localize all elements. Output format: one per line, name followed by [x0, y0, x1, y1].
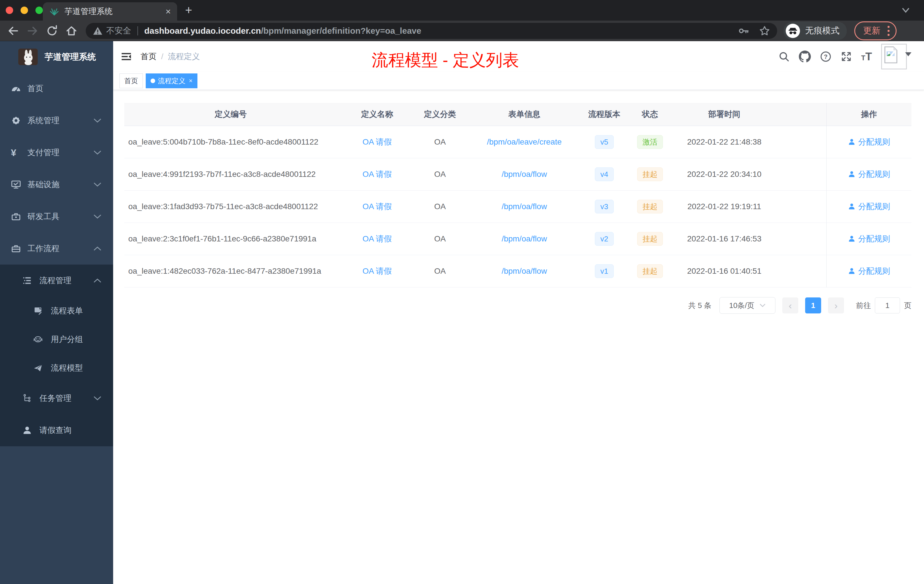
current-page-button[interactable]: 1 — [805, 297, 821, 313]
sidebar-item-system[interactable]: 系统管理 — [0, 105, 113, 137]
user-icon — [848, 267, 855, 275]
window-minimize-button[interactable] — [21, 7, 28, 14]
breadcrumb-home[interactable]: 首页 — [140, 51, 157, 62]
address-bar[interactable]: 不安全 dashboard.yudao.iocoder.cn/bpm/manag… — [86, 23, 777, 39]
tab-search-icon[interactable] — [900, 7, 911, 14]
password-key-icon[interactable] — [738, 25, 749, 36]
chevron-down-icon — [93, 396, 102, 401]
tag-process-definition[interactable]: 流程定义 × — [146, 73, 198, 88]
assign-rule-link[interactable]: 分配规则 — [848, 201, 890, 212]
select-chevron-icon — [759, 304, 766, 307]
cell-category: OA — [417, 234, 463, 243]
sidebar-item-leave-query[interactable]: 请假查询 — [0, 414, 113, 446]
assign-rule-link[interactable]: 分配规则 — [848, 169, 890, 180]
tree-list-icon — [22, 276, 32, 285]
url-text[interactable]: dashboard.yudao.iocoder.cn/bpm/manager/d… — [144, 26, 734, 36]
browser-menu-dots-icon[interactable] — [886, 25, 891, 37]
cell-definition-name: OA 请假 — [337, 233, 417, 244]
cell-form: /bpm/oa/flow — [463, 234, 586, 243]
browser-update-button[interactable]: 更新 — [854, 21, 897, 40]
col-header-version: 流程版本 — [586, 109, 623, 120]
cell-deploy-time: 2022-01-22 19:19:11 — [677, 202, 771, 211]
version-tag: v3 — [595, 200, 614, 213]
app-header: 首页 / 流程定义 流程模型 - 定义列表 ? TT — [113, 41, 924, 72]
form-link[interactable]: /bpm/oa/flow — [502, 202, 547, 211]
red-annotation-text: 流程模型 - 定义列表 — [372, 49, 519, 71]
next-page-button[interactable]: › — [828, 297, 844, 313]
window-close-button[interactable] — [6, 7, 13, 14]
avatar[interactable] — [881, 44, 907, 69]
tab-close-icon[interactable]: × — [165, 7, 171, 16]
back-icon[interactable] — [7, 25, 20, 37]
monitor-icon — [11, 180, 21, 190]
window-zoom-button[interactable] — [35, 7, 43, 14]
browser-tab[interactable]: 芋道管理系统 × — [43, 2, 177, 21]
definition-name-link[interactable]: OA 请假 — [363, 137, 392, 146]
prev-page-button[interactable]: ‹ — [782, 297, 798, 313]
new-tab-button[interactable]: + — [185, 5, 192, 15]
sidebar-item-label: 请假查询 — [40, 425, 71, 436]
definition-name-link[interactable]: OA 请假 — [363, 202, 392, 211]
refresh-icon[interactable] — [46, 25, 58, 37]
help-question-icon[interactable]: ? — [820, 51, 832, 62]
security-warning-icon[interactable] — [92, 26, 103, 36]
cell-action: 分配规则 — [826, 126, 911, 158]
sidebar-fold-icon[interactable] — [120, 51, 132, 62]
form-link[interactable]: /bpm/oa/flow — [502, 267, 547, 276]
bookmark-star-icon[interactable] — [759, 25, 770, 36]
assign-rule-link[interactable]: 分配规则 — [848, 137, 890, 147]
sidebar-item-label: 基础设施 — [27, 179, 59, 190]
cell-definition-name: OA 请假 — [337, 169, 417, 180]
cell-deploy-time: 2022-01-22 21:48:38 — [677, 137, 771, 147]
cell-definition-id: oa_leave:4:991f2193-7b7f-11ec-a3c8-acde4… — [124, 170, 337, 179]
sidebar-item-user-group[interactable]: 用户分组 — [0, 325, 113, 354]
github-icon[interactable] — [799, 51, 811, 63]
app-logo[interactable]: 芋道管理系统 — [0, 41, 113, 73]
avatar-caret-icon[interactable] — [905, 52, 911, 56]
svg-text:?: ? — [824, 53, 828, 60]
fullscreen-icon[interactable] — [841, 51, 852, 62]
sidebar-item-label: 流程管理 — [40, 275, 71, 286]
user-icon — [848, 138, 855, 146]
form-link[interactable]: /bpm/oa/flow — [502, 170, 547, 178]
sidebar-item-payment[interactable]: ¥ 支付管理 — [0, 137, 113, 168]
sidebar-item-workflow[interactable]: 工作流程 — [0, 233, 113, 265]
security-label[interactable]: 不安全 — [106, 25, 131, 36]
form-link[interactable]: /bpm/oa/flow — [502, 234, 547, 243]
col-header-form: 表单信息 — [463, 109, 586, 120]
assign-rule-link[interactable]: 分配规则 — [848, 233, 890, 244]
sidebar-item-infrastructure[interactable]: 基础设施 — [0, 168, 113, 201]
definition-name-link[interactable]: OA 请假 — [363, 170, 392, 178]
page-content: 定义编号 定义名称 定义分类 表单信息 流程版本 状态 部署时间 操作 oa_l… — [113, 103, 924, 314]
sidebar-item-label: 支付管理 — [27, 147, 59, 158]
org-tree-icon — [22, 393, 32, 403]
app-window: 芋道管理系统 首页 系统管理 ¥ 支付管理 — [0, 41, 924, 584]
forward-icon[interactable] — [26, 25, 39, 37]
search-icon[interactable] — [778, 51, 790, 62]
gear-icon — [11, 115, 21, 126]
page-size-value: 10条/页 — [729, 300, 754, 310]
briefcase-icon — [11, 243, 21, 254]
sidebar-item-process-management[interactable]: 流程管理 — [0, 265, 113, 297]
sidebar-item-devtools[interactable]: 研发工具 — [0, 201, 113, 233]
tag-home[interactable]: 首页 — [119, 73, 143, 88]
definition-name-link[interactable]: OA 请假 — [363, 234, 392, 243]
definition-name-link[interactable]: OA 请假 — [363, 267, 392, 276]
cell-form: /bpm/oa/leave/create — [463, 137, 586, 147]
page-size-select[interactable]: 10条/页 — [719, 297, 776, 314]
home-icon[interactable] — [65, 25, 78, 37]
sidebar-item-home[interactable]: 首页 — [0, 73, 113, 105]
font-size-icon[interactable]: TT — [861, 51, 872, 63]
form-link[interactable]: /bpm/oa/leave/create — [487, 137, 562, 146]
sidebar-item-process-model[interactable]: 流程模型 — [0, 354, 113, 382]
tag-close-icon[interactable]: × — [189, 77, 193, 84]
goto-page-input[interactable] — [875, 297, 900, 313]
cell-status: 挂起 — [623, 264, 677, 278]
person-icon — [22, 426, 32, 435]
sidebar-item-task-management[interactable]: 任务管理 — [0, 382, 113, 414]
sidebar-item-process-form[interactable]: 流程表单 — [0, 297, 113, 325]
status-tag: 挂起 — [637, 167, 663, 181]
chevron-down-icon — [93, 150, 102, 155]
table-row: oa_leave:1:482ec033-762a-11ec-8477-a2380… — [124, 255, 911, 287]
assign-rule-link[interactable]: 分配规则 — [848, 266, 890, 277]
